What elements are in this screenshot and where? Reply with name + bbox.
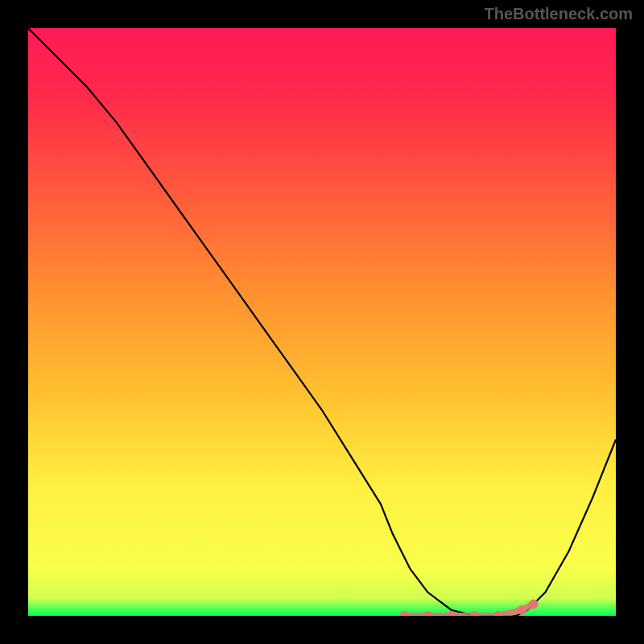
chart-area	[28, 28, 616, 616]
curve-marker	[447, 611, 456, 616]
curve-marker	[517, 605, 526, 615]
curve-marker	[423, 611, 432, 616]
watermark-text: TheBottleneck.com	[485, 5, 633, 23]
curve-marker	[470, 611, 480, 616]
curve-marker	[529, 599, 539, 609]
chart-curve	[28, 28, 616, 616]
curve-marker	[399, 611, 409, 616]
chart-container: TheBottleneck.com	[0, 0, 644, 644]
